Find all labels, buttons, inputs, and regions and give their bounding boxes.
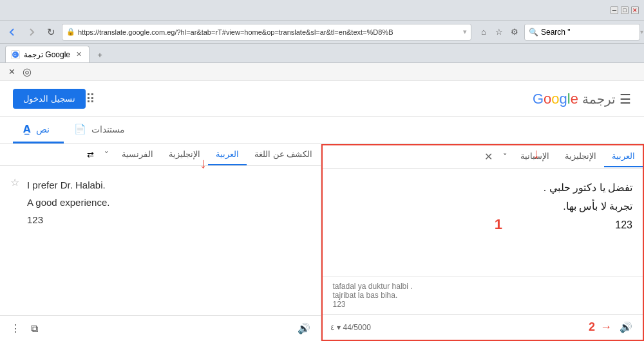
output-bottom-bar: ٤ ▾ 44/5000 2 → 🔊	[323, 314, 643, 340]
ext-close-icon[interactable]: ✕	[5, 66, 18, 78]
gt-mode-tabs: نص A̲ مستندات 📄	[0, 117, 644, 144]
translate-area: الكشف عن اللغة العربية الإنجليزية الفرنس…	[0, 144, 644, 341]
signin-button[interactable]: تسجيل الدخول	[13, 89, 86, 109]
text-tab-icon: A̲	[23, 124, 31, 135]
close-window-button[interactable]: ✕	[631, 6, 639, 14]
source-text-content: I prefer Dr. Halabi. A good experience. …	[27, 176, 109, 228]
translate-label: ترجمة	[582, 91, 616, 107]
gt-right-panel: العربية الإنجليزية الإسبانية ˅ ✕ تفضل يا…	[321, 144, 645, 341]
favorite-star-icon[interactable]: ☆	[10, 176, 19, 189]
output-line2: تجربة لا بأس بها.	[333, 198, 633, 216]
search-box[interactable]: 🔍 ▾	[524, 24, 640, 41]
settings-icon[interactable]: ⚙	[507, 25, 522, 39]
output-actions: 2 → 🔊	[589, 318, 635, 336]
toolbar-icons: ⌂ ☆ ⚙	[477, 25, 522, 39]
search-icon: 🔍	[529, 28, 538, 37]
minimize-button[interactable]: ─	[611, 6, 618, 14]
extra-toolbar: ✕ ◎	[0, 63, 644, 81]
docs-tab-label: مستندات	[91, 124, 125, 134]
target-lang-bar: العربية الإنجليزية الإسبانية ˅ ✕	[323, 145, 643, 169]
gt-left-panel: الكشف عن اللغة العربية الإنجليزية الفرنس…	[0, 144, 321, 341]
source-lang-more[interactable]: ˅	[99, 145, 114, 165]
char-separator: ▾	[337, 323, 341, 332]
search-dropdown-icon: ▾	[640, 28, 643, 35]
docs-tab-icon: 📄	[74, 124, 86, 135]
output-line1: تفضل يا دكتور حلبي .	[333, 179, 633, 198]
tab-bar: G ترجمة Google ✕ +	[0, 44, 644, 63]
google-translate-page: تسجيل الدخول ⠿ ☰ ترجمة Google نص A̲ مستن…	[0, 81, 644, 341]
num2-badge: 2	[589, 320, 595, 334]
source-copy-icon[interactable]: ⧉	[28, 320, 41, 337]
char-count-num: ٤	[330, 323, 334, 332]
maximize-button[interactable]: □	[621, 6, 629, 14]
char-count-area: ٤ ▾ 44/5000	[330, 323, 371, 332]
transliteration-text: tafadal ya duktur halbi . tajribat la ba…	[333, 282, 633, 309]
mode-tab-text[interactable]: نص A̲	[13, 117, 64, 143]
spanish-target-option[interactable]: الإسبانية	[513, 146, 557, 167]
text-tab-label: نص	[36, 124, 50, 134]
tab-close-button[interactable]: ✕	[74, 50, 84, 59]
source-line3: 123	[27, 211, 109, 228]
arabic-target-option[interactable]: العربية	[604, 146, 643, 167]
grid-dots-icon[interactable]: ⠿	[86, 91, 95, 107]
arabic-source-option[interactable]: العربية	[208, 144, 247, 165]
tab-favicon: G	[11, 50, 20, 59]
search-input[interactable]	[541, 28, 638, 37]
detect-lang-option[interactable]: الكشف عن اللغة	[247, 144, 320, 165]
google-logo: Google	[533, 91, 578, 107]
output-text-area: تفضل يا دكتور حلبي . تجربة لا بأس بها. 1…	[323, 169, 643, 276]
address-bar[interactable]: 🔒 https://translate.google.com.eg/?hl=ar…	[62, 24, 471, 41]
browser-titlebar: ─ □ ✕	[0, 0, 644, 21]
svg-text:G: G	[14, 53, 17, 57]
active-tab[interactable]: G ترجمة Google ✕	[5, 46, 90, 62]
forward-button[interactable]	[23, 24, 40, 41]
output-line3: 123	[333, 216, 633, 235]
char-total: 44/5000	[343, 323, 371, 332]
refresh-button[interactable]: ↻	[43, 24, 59, 41]
tab-title: ترجمة Google	[24, 50, 70, 59]
gt-header: تسجيل الدخول ⠿ ☰ ترجمة Google	[0, 81, 644, 117]
source-bottom-bar: ⋮ ⧉ 🔊	[0, 315, 321, 341]
source-text-with-star: ☆ I prefer Dr. Halabi. A good experience…	[10, 176, 310, 228]
output-speaker-icon[interactable]: 🔊	[617, 318, 635, 336]
close-output-button[interactable]: ✕	[479, 145, 498, 168]
bookmark-star[interactable]: ☆	[492, 25, 506, 39]
source-line2: A good experience.	[27, 194, 109, 211]
transliteration-area: tafadal ya duktur halbi . tajribat la ba…	[323, 276, 643, 314]
hamburger-icon[interactable]: ☰	[620, 91, 631, 107]
target-lang-more[interactable]: ˅	[498, 147, 513, 167]
english-source-option[interactable]: الإنجليزية	[161, 144, 208, 165]
english-target-option[interactable]: الإنجليزية	[557, 146, 604, 167]
close-output-icon[interactable]: ✕	[484, 151, 493, 162]
address-text: https://translate.google.com.eg/?hl=ar&t…	[78, 28, 460, 36]
new-tab-button[interactable]: +	[92, 47, 108, 62]
header-logo-area: ☰ ترجمة Google	[533, 91, 631, 107]
back-button[interactable]	[4, 24, 21, 41]
source-lang-bar: الكشف عن اللغة العربية الإنجليزية الفرنس…	[0, 144, 321, 166]
source-speaker-icon[interactable]: 🔊	[295, 320, 313, 337]
source-line1: I prefer Dr. Halabi.	[27, 176, 109, 194]
source-text-area: ☆ I prefer Dr. Halabi. A good experience…	[0, 166, 321, 315]
home-button[interactable]: ⌂	[477, 25, 491, 39]
french-source-option[interactable]: الفرنسية	[114, 144, 161, 165]
source-more-icon[interactable]: ⋮	[8, 320, 23, 337]
browser-navbar: ↻ 🔒 https://translate.google.com.eg/?hl=…	[0, 21, 644, 44]
right-arrow-icon: →	[600, 320, 612, 334]
mode-tab-docs[interactable]: مستندات 📄	[64, 117, 139, 143]
ext-circle-icon[interactable]: ◎	[21, 66, 33, 78]
swap-button[interactable]: ⇄	[82, 145, 99, 165]
